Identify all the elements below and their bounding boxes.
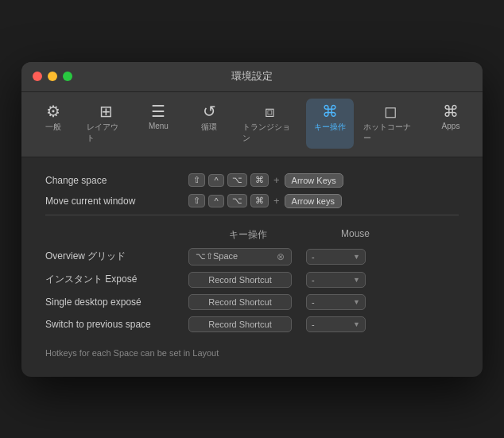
toolbar-label-menu: Menu bbox=[149, 122, 169, 130]
titlebar: 環境設定 bbox=[21, 62, 483, 92]
switch-previous-record-btn[interactable]: Record Shortcut bbox=[188, 316, 292, 332]
window-title: 環境設定 bbox=[231, 69, 273, 83]
plus-icon2: + bbox=[273, 195, 280, 207]
switch-previous-mouse-value: - bbox=[312, 320, 315, 329]
key-opt: ⌥ bbox=[227, 173, 247, 187]
content-area: Change space ⇧ ^ ⌥ ⌘ + Arrow Keys Move c… bbox=[21, 157, 483, 377]
cycle-icon: ↺ bbox=[203, 103, 216, 119]
toolbar-item-hotcorners[interactable]: ◻ ホットコーナー bbox=[357, 99, 424, 149]
minimize-button[interactable] bbox=[48, 72, 57, 81]
footer-note: Hotkeys for each Space can be set in Lay… bbox=[45, 348, 459, 358]
clear-icon[interactable]: ⊗ bbox=[277, 251, 285, 262]
toolbar-item-keys[interactable]: ⌘ キー操作 bbox=[306, 99, 354, 149]
preferences-window: 環境設定 ⚙ 一般 ⊞ レイアウト ☰ Menu ↺ 循環 ⧈ トランジション … bbox=[21, 62, 483, 377]
toolbar-item-layout[interactable]: ⊞ レイアウト bbox=[80, 99, 131, 149]
toolbar-label-transitions: トランジション bbox=[242, 122, 297, 144]
toolbar-item-apps[interactable]: ⌘ Apps bbox=[427, 99, 475, 149]
chevron-down-icon2: ▼ bbox=[353, 276, 360, 284]
overview-grid-mouse-value: - bbox=[312, 252, 315, 262]
single-desktop-row: Single desktop exposé Record Shortcut - … bbox=[45, 294, 459, 310]
separator bbox=[45, 215, 459, 215]
toolbar-label-cycle: 循環 bbox=[201, 122, 217, 133]
traffic-lights bbox=[33, 72, 72, 81]
toolbar-label-hotcorners: ホットコーナー bbox=[363, 122, 417, 144]
toolbar-item-transitions[interactable]: ⧈ トランジション bbox=[236, 99, 303, 149]
move-window-keys: ⇧ ^ ⌥ ⌘ bbox=[188, 194, 269, 207]
switch-previous-mouse[interactable]: - ▼ bbox=[306, 316, 366, 332]
key-shift: ⇧ bbox=[188, 173, 205, 187]
mouse-header: Mouse bbox=[324, 228, 387, 242]
key-opt2: ⌥ bbox=[227, 194, 247, 207]
toolbar-label-apps: Apps bbox=[442, 122, 460, 130]
key-cmd: ⌘ bbox=[250, 173, 269, 187]
fullscreen-button[interactable] bbox=[63, 72, 72, 81]
chevron-down-icon3: ▼ bbox=[353, 298, 360, 306]
keybindings-header: キー操作 bbox=[188, 228, 308, 242]
overview-grid-shortcut[interactable]: ⌥⇧Space ⊗ bbox=[188, 248, 292, 266]
key-shift2: ⇧ bbox=[188, 194, 205, 207]
hotcorners-icon: ◻ bbox=[384, 103, 397, 119]
move-window-row: Move current window ⇧ ^ ⌥ ⌘ + Arrow keys bbox=[45, 194, 459, 208]
toolbar-label-keys: キー操作 bbox=[314, 122, 346, 133]
move-window-label: Move current window bbox=[45, 196, 188, 207]
change-space-row: Change space ⇧ ^ ⌥ ⌘ + Arrow Keys bbox=[45, 173, 459, 188]
layout-icon: ⊞ bbox=[99, 103, 113, 119]
change-space-keys: ⇧ ^ ⌥ ⌘ bbox=[188, 173, 269, 187]
instant-expose-row: インスタント Exposé Record Shortcut - ▼ bbox=[45, 272, 459, 288]
arrow-keys-button-1[interactable]: Arrow Keys bbox=[285, 173, 343, 188]
toolbar-item-cycle[interactable]: ↺ 循環 bbox=[185, 99, 233, 149]
overview-grid-shortcut-text: ⌥⇧Space bbox=[196, 251, 238, 262]
overview-grid-label: Overview グリッド bbox=[45, 250, 188, 263]
key-ctrl2: ^ bbox=[208, 195, 224, 207]
toolbar-label-layout: レイアウト bbox=[87, 122, 125, 144]
toolbar-item-menu[interactable]: ☰ Menu bbox=[134, 99, 182, 149]
plus-icon: + bbox=[273, 174, 280, 186]
chevron-down-icon: ▼ bbox=[353, 253, 360, 261]
single-desktop-mouse-value: - bbox=[312, 297, 315, 307]
gear-icon: ⚙ bbox=[46, 103, 60, 119]
instant-expose-mouse-value: - bbox=[312, 275, 315, 285]
switch-previous-row: Switch to previous space Record Shortcut… bbox=[45, 316, 459, 332]
single-desktop-record-btn[interactable]: Record Shortcut bbox=[188, 294, 292, 310]
switch-previous-label: Switch to previous space bbox=[45, 319, 188, 330]
overview-grid-row: Overview グリッド ⌥⇧Space ⊗ - ▼ bbox=[45, 248, 459, 266]
chevron-down-icon4: ▼ bbox=[353, 320, 360, 328]
key-cmd2: ⌘ bbox=[250, 194, 269, 207]
instant-expose-record-btn[interactable]: Record Shortcut bbox=[188, 272, 292, 288]
toolbar: ⚙ 一般 ⊞ レイアウト ☰ Menu ↺ 循環 ⧈ トランジション ⌘ キー操… bbox=[21, 92, 483, 157]
change-space-label: Change space bbox=[45, 175, 188, 186]
transitions-icon: ⧈ bbox=[265, 103, 275, 119]
toolbar-item-general[interactable]: ⚙ 一般 bbox=[29, 99, 77, 149]
key-ctrl: ^ bbox=[208, 174, 224, 187]
arrow-keys-button-2[interactable]: Arrow keys bbox=[285, 194, 342, 208]
menu-icon: ☰ bbox=[151, 103, 165, 119]
instant-expose-mouse[interactable]: - ▼ bbox=[306, 272, 366, 288]
keys-icon: ⌘ bbox=[322, 103, 338, 119]
apps-icon: ⌘ bbox=[443, 103, 459, 119]
close-button[interactable] bbox=[33, 72, 42, 81]
overview-grid-mouse[interactable]: - ▼ bbox=[306, 249, 366, 265]
toolbar-label-general: 一般 bbox=[45, 122, 61, 133]
section-headers: キー操作 Mouse bbox=[45, 228, 459, 242]
instant-expose-label: インスタント Exposé bbox=[45, 273, 188, 286]
single-desktop-label: Single desktop exposé bbox=[45, 297, 188, 308]
single-desktop-mouse[interactable]: - ▼ bbox=[306, 294, 366, 310]
